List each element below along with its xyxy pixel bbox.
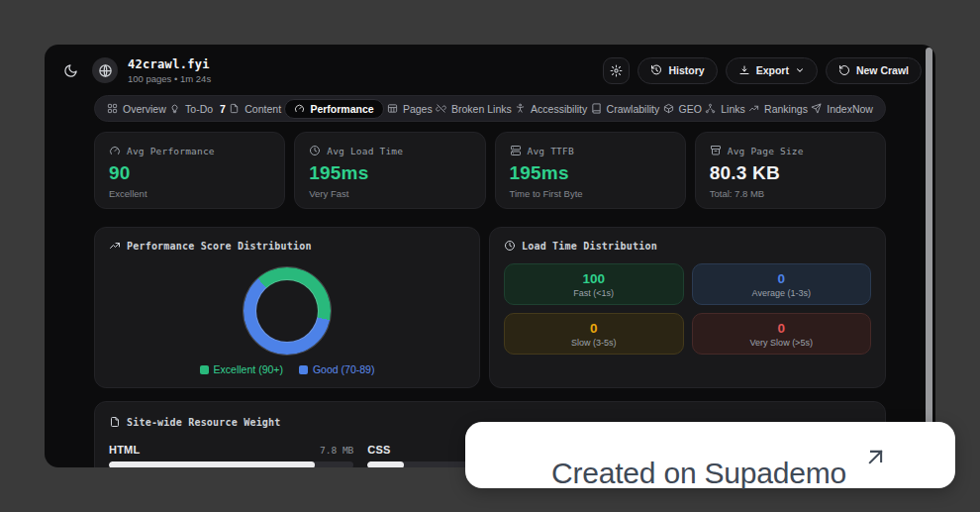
export-label: Export	[756, 64, 789, 76]
panel-title-text: Load Time Distribution	[522, 241, 657, 252]
book-icon	[591, 103, 602, 114]
gear-icon	[610, 64, 623, 77]
panel-title-text: Performance Score Distribution	[127, 241, 312, 252]
stat-value: 195ms	[510, 162, 671, 184]
tab-overview[interactable]: Overview	[107, 103, 166, 115]
app-window: 42crawl.fyi 100 pages • 1m 24s History	[45, 45, 935, 467]
file-icon	[109, 416, 121, 428]
vertical-scrollbar[interactable]	[926, 48, 932, 458]
stat-sub: Excellent	[109, 188, 270, 199]
grid-icon	[107, 103, 118, 114]
server-icon	[510, 145, 522, 156]
performance-score-panel: Performance Score Distribution Excellent…	[94, 227, 480, 388]
tab-performance[interactable]: Performance	[284, 99, 383, 119]
stat-card-avg-page-size: Avg Page Size 80.3 KB Total: 7.8 MB	[695, 132, 886, 209]
history-icon	[650, 64, 662, 76]
tab-accessibility[interactable]: Accessibility	[515, 103, 587, 115]
performance-donut-chart	[244, 267, 331, 355]
stat-sub: Total: 7.8 MB	[710, 188, 871, 199]
clock-icon	[309, 145, 321, 156]
legend-item-excellent: Excellent (90+)	[200, 363, 283, 375]
site-avatar	[92, 57, 118, 83]
tab-todo[interactable]: To-Do 7	[169, 103, 226, 115]
stat-value: 195ms	[309, 162, 470, 184]
tab-links[interactable]: Links	[705, 103, 745, 115]
tab-geo[interactable]: GEO	[663, 103, 702, 115]
donut-hole	[256, 280, 318, 342]
package-icon	[663, 103, 674, 114]
trending-up-icon	[109, 240, 121, 252]
chevron-down-icon	[795, 65, 805, 75]
history-button[interactable]: History	[637, 57, 717, 84]
tab-rankings[interactable]: Rankings	[748, 103, 808, 115]
link-off-icon	[436, 103, 446, 114]
lightbulb-icon	[169, 103, 180, 114]
panels-row: Performance Score Distribution Excellent…	[94, 227, 886, 388]
accessibility-icon	[515, 103, 526, 114]
export-button[interactable]: Export	[726, 57, 818, 84]
crawl-meta: 100 pages • 1m 24s	[128, 73, 211, 84]
legend-swatch-excellent	[200, 365, 209, 374]
tile-slow: 0 Slow (3-5s)	[504, 313, 684, 355]
tab-bar: Overview To-Do 7 Content Performance Pag…	[94, 95, 886, 122]
resource-item-html: HTML 7.8 MB	[109, 444, 353, 467]
stats-row: Avg Performance 90 Excellent Avg Load Ti…	[94, 132, 886, 209]
resource-bar-fill	[109, 461, 315, 467]
todo-count-badge: 7	[220, 103, 226, 115]
header: 42crawl.fyi 100 pages • 1m 24s History	[45, 45, 935, 90]
tab-content[interactable]: Content	[229, 103, 281, 115]
gauge-icon	[109, 145, 121, 156]
tab-broken-links[interactable]: Broken Links	[436, 103, 512, 115]
legend-swatch-good	[299, 365, 308, 374]
gauge-icon	[294, 103, 305, 114]
arrow-up-right-icon	[862, 444, 889, 470]
tab-pages[interactable]: Pages	[387, 103, 433, 115]
send-icon	[811, 103, 822, 114]
network-icon	[705, 103, 716, 114]
history-label: History	[668, 64, 704, 76]
stat-sub: Time to First Byte	[510, 188, 671, 199]
refresh-ccw-icon	[838, 64, 850, 76]
site-title: 42crawl.fyi	[128, 57, 211, 71]
stat-value: 90	[109, 162, 270, 184]
donut-legend: Excellent (90+) Good (70-89)	[109, 363, 465, 375]
moon-icon	[63, 63, 78, 78]
supademo-attribution-link[interactable]: Created on Supademo	[465, 422, 955, 488]
file-icon	[229, 103, 240, 114]
load-time-tiles: 100 Fast (<1s) 0 Average (1-3s) 0 Slow (…	[504, 263, 871, 355]
globe-icon	[98, 63, 113, 78]
archive-icon	[710, 145, 722, 156]
resource-bar-track	[109, 461, 353, 467]
load-time-panel: Load Time Distribution 100 Fast (<1s) 0 …	[489, 227, 886, 388]
tile-fast: 100 Fast (<1s)	[504, 263, 684, 305]
new-crawl-button[interactable]: New Crawl	[826, 57, 922, 84]
stat-card-avg-ttfb: Avg TTFB 195ms Time to First Byte	[495, 132, 686, 209]
table-icon	[387, 103, 398, 114]
settings-button[interactable]	[603, 57, 630, 84]
tab-crawlability[interactable]: Crawlability	[591, 103, 660, 115]
download-icon	[738, 64, 750, 76]
stat-card-avg-load-time: Avg Load Time 195ms Very Fast	[294, 132, 485, 209]
stat-card-avg-performance: Avg Performance 90 Excellent	[94, 132, 285, 209]
legend-item-good: Good (70-89)	[299, 363, 374, 375]
stat-sub: Very Fast	[309, 188, 470, 199]
theme-toggle-button[interactable]	[58, 58, 82, 82]
tab-indexnow[interactable]: IndexNow	[811, 103, 873, 115]
new-crawl-label: New Crawl	[856, 64, 909, 76]
site-info: 42crawl.fyi 100 pages • 1m 24s	[128, 57, 211, 84]
trending-up-icon	[748, 103, 759, 114]
panel-title-text: Site-wide Resource Weight	[127, 417, 281, 428]
screen: { "header": { "site": "42crawl.fyi", "me…	[0, 0, 980, 512]
supademo-text: Created on Supademo	[551, 459, 846, 487]
tile-average: 0 Average (1-3s)	[692, 263, 872, 305]
resource-size: 7.8 MB	[320, 445, 353, 456]
clock-icon	[504, 240, 516, 252]
resource-bar-fill	[367, 461, 404, 467]
tile-very-slow: 0 Very Slow (>5s)	[692, 313, 872, 355]
stat-value: 80.3 KB	[710, 162, 871, 184]
